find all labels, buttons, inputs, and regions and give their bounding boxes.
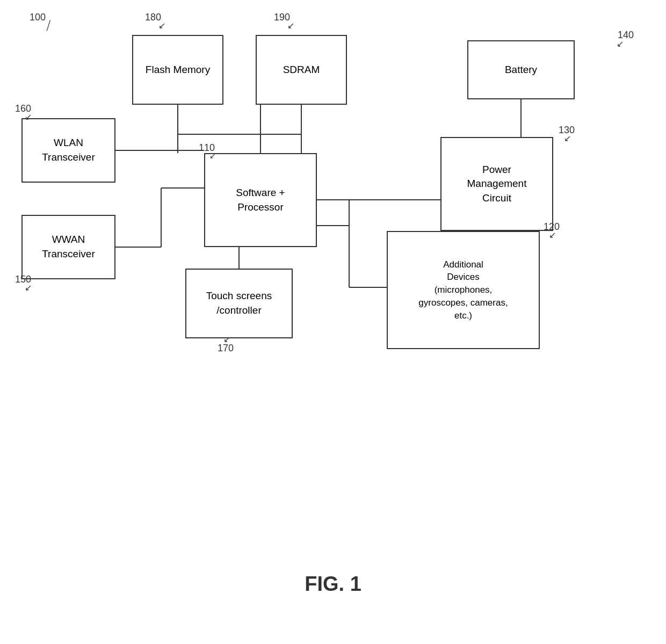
ref-130-arrow: ↙ (564, 133, 571, 143)
ref-160-arrow: ↙ (25, 112, 32, 122)
flash-memory-label: Flash Memory (146, 63, 210, 77)
ref-110-arrow: ↙ (209, 151, 216, 160)
wlan-transceiver-label: WLANTransceiver (42, 136, 95, 164)
ref-150-arrow: ↙ (25, 283, 32, 293)
additional-devices-box: AdditionalDevices(microphones,gyroscopes… (387, 231, 540, 349)
sdram-label: SDRAM (283, 63, 320, 77)
software-processor-label: Software +Processor (236, 186, 285, 214)
sdram-box: SDRAM (256, 35, 347, 105)
ref-100: 100 (30, 12, 46, 23)
wlan-transceiver-box: WLANTransceiver (21, 118, 115, 183)
figure-label: FIG. 1 (305, 573, 361, 596)
ref-170: 170 (218, 343, 234, 354)
ref-180-arrow: ↙ (158, 20, 165, 31)
software-processor-box: Software +Processor (204, 153, 317, 247)
ref-120-arrow: ↙ (549, 230, 556, 240)
power-management-label: PowerManagementCircuit (467, 163, 527, 206)
ref-140-arrow: ↙ (617, 39, 624, 49)
battery-label: Battery (505, 63, 537, 77)
flash-memory-box: Flash Memory (132, 35, 223, 105)
additional-devices-label: AdditionalDevices(microphones,gyroscopes… (418, 258, 508, 322)
wwan-transceiver-label: WWANTransceiver (42, 233, 95, 261)
ref-190-arrow: ↙ (287, 20, 294, 31)
wwan-transceiver-box: WWANTransceiver (21, 215, 115, 279)
battery-box: Battery (467, 40, 575, 99)
touch-screens-box: Touch screens/controller (185, 269, 293, 338)
touch-screens-label: Touch screens/controller (206, 289, 272, 317)
ref-170-arrow: ↙ (223, 334, 230, 344)
diagram-container: Flash Memory SDRAM Battery Software +Pro… (0, 0, 666, 644)
power-management-box: PowerManagementCircuit (440, 137, 553, 231)
